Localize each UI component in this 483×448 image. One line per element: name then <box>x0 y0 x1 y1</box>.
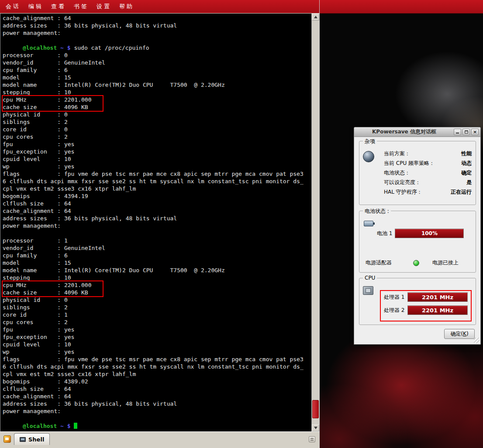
terminal-output[interactable]: cache_alignment : 64address sizes : 36 b… <box>0 14 311 431</box>
terminal-line: clflush size : 64 <box>3 385 311 393</box>
dialog-titlebar[interactable]: KPowersave 信息对话框 × <box>354 127 480 137</box>
new-session-button[interactable] <box>2 434 12 445</box>
annotation-box-terminal: cpu MHz : 2201.000cache size : 4096 KB <box>3 281 103 296</box>
battery-progressbar: 100% <box>395 229 464 238</box>
terminal-line: stepping : 10 <box>3 89 311 96</box>
terminal-line: power management: <box>3 29 311 37</box>
processor-row-2: 处理器 22201 MHz <box>384 305 468 315</box>
misc-row-value: 性能 <box>461 150 472 157</box>
terminal-line: vendor_id : GenuineIntel <box>3 59 311 66</box>
misc-row-1: 当前方案：性能 <box>384 149 472 158</box>
maximize-button[interactable] <box>462 129 470 135</box>
terminal-line: bogomips : 4394.19 <box>3 192 311 200</box>
terminal-line: cache size : 4096 KB <box>3 103 103 111</box>
terminal-line: fpu : yes <box>3 140 311 148</box>
terminal-line: cpu MHz : 2201.000 <box>3 96 103 103</box>
dialog-title: KPowersave 信息对话框 <box>356 128 452 136</box>
top-red-strip <box>320 0 483 14</box>
terminal-line: clflush size : 64 <box>3 200 311 207</box>
terminal-line: fpu : yes <box>3 326 311 333</box>
misc-row-label: 可以设定亮度： <box>384 179 421 186</box>
battery-icon <box>364 221 373 226</box>
terminal-line: cpu family : 6 <box>3 66 311 74</box>
terminal-line: 6 clflush dts acpi mmx fxsr sse sse2 ss … <box>3 363 311 370</box>
terminal-line: cache_alignment : 64 <box>3 393 311 400</box>
terminal-line: address sizes : 36 bits physical, 48 bit… <box>3 400 311 407</box>
menu-item-2[interactable]: 编辑 <box>24 3 47 10</box>
terminal-line: bogomips : 4389.02 <box>3 378 311 385</box>
tab-shell[interactable]: Shell <box>14 433 50 445</box>
terminal-line: cpu cores : 2 <box>3 318 311 326</box>
adapter-label: 电源适配器 <box>366 259 392 267</box>
misc-row-value: 确定 <box>461 169 472 177</box>
scrollbar-thumb[interactable] <box>312 400 319 418</box>
terminal-line: model : 15 <box>3 74 311 81</box>
terminal-line: cpuid level : 10 <box>3 341 311 348</box>
misc-row-value: 是 <box>466 179 472 186</box>
tabbar: Shell <box>0 431 319 448</box>
redacted-username <box>3 44 23 50</box>
terminal-line: address sizes : 36 bits physical, 48 bit… <box>3 215 311 222</box>
prompt-path: ~ $ <box>57 423 74 429</box>
terminal-line: flags : fpu vme de pse tsc msr pae mce c… <box>3 170 311 178</box>
terminal-line: processor : 0 <box>3 51 311 59</box>
menu-item-4[interactable]: 书签 <box>70 3 93 10</box>
terminal-line: core id : 1 <box>3 311 311 318</box>
tab-label: Shell <box>28 436 44 443</box>
battery-group-label: 电池状态 : <box>363 208 391 215</box>
terminal-line: vendor_id : GenuineIntel <box>3 244 311 252</box>
kpowersave-dialog: KPowersave 信息对话框 × 杂项 当前方案：性能当前 CPU 频率策略… <box>354 127 481 345</box>
terminal-line <box>3 415 311 422</box>
terminal-line: address sizes : 36 bits physical, 48 bit… <box>3 22 311 29</box>
terminal-line: cpu cores : 2 <box>3 133 311 140</box>
screen: 会话编辑查看书签设置帮助 cache_alignment : 64address… <box>0 0 483 448</box>
terminal-line: fpu_exception : yes <box>3 148 311 155</box>
battery-label: 电池 1 <box>377 230 392 237</box>
minimize-button[interactable] <box>454 129 461 135</box>
battery-group: 电池状态 : 电池 1 100% 电源适配器 电源已接上 <box>359 211 476 273</box>
terminal-line: cpuid level : 10 <box>3 155 311 163</box>
session-list-button[interactable] <box>307 435 317 444</box>
minimize-icon <box>456 133 459 133</box>
menu-item-3[interactable]: 查看 <box>47 3 70 10</box>
terminal-line <box>3 229 311 237</box>
terminal-cursor <box>74 423 77 429</box>
terminal-line: physical id : 0 <box>3 296 311 304</box>
terminal-line: physical id : 0 <box>3 111 311 118</box>
resize-grip[interactable] <box>474 338 480 343</box>
scroll-up-button[interactable] <box>312 14 319 21</box>
maximize-icon <box>465 130 468 133</box>
terminal-line: power management: <box>3 222 311 229</box>
misc-row-value: 正在运行 <box>451 188 472 196</box>
ok-button[interactable]: 确定(K) <box>444 329 475 339</box>
prompt-command: sudo cat /proc/cpuinfo <box>74 44 149 51</box>
terminal-line <box>3 37 311 44</box>
scroll-down-button[interactable] <box>312 424 319 431</box>
terminal-line: cpu family : 6 <box>3 252 311 259</box>
terminal-line: cache_alignment : 64 <box>3 14 311 22</box>
prompt-path: ~ $ <box>57 44 74 51</box>
prompt-host: @localhost <box>23 423 57 429</box>
misc-row-3: 电池状态：确定 <box>384 168 472 178</box>
menu-item-5[interactable]: 设置 <box>93 3 115 10</box>
menu-item-1[interactable]: 会话 <box>2 3 24 10</box>
terminal-line: cache_alignment : 64 <box>3 207 311 215</box>
menu-item-6[interactable]: 帮助 <box>115 3 138 10</box>
terminal-body: cache_alignment : 64address sizes : 36 b… <box>0 14 319 431</box>
kpowersave-icon <box>363 151 374 162</box>
terminal-scrollbar[interactable] <box>311 14 319 431</box>
cpu-group-label: CPU <box>363 275 377 281</box>
misc-row-label: 电池状态： <box>384 169 410 177</box>
misc-row-2: 当前 CPU 频率策略：动态 <box>384 158 472 168</box>
prompt-line: @localhost ~ $ <box>3 422 311 430</box>
close-button[interactable]: × <box>471 129 479 135</box>
cpu-group: CPU 处理器 12201 MHz处理器 22201 MHz <box>359 278 476 325</box>
cpu-freq-bar-1: 2201 MHz <box>407 292 468 302</box>
terminal-line: cpl vmx est tm2 ssse3 cx16 xtpr lahf_lm <box>3 370 311 378</box>
cpu-icon <box>363 286 373 295</box>
misc-row-value: 动态 <box>461 160 472 167</box>
terminal-line: wp : yes <box>3 348 311 356</box>
annotation-box-terminal: cpu MHz : 2201.000cache size : 4096 KB <box>3 96 103 111</box>
terminal-line: flags : fpu vme de pse tsc msr pae mce c… <box>3 356 311 363</box>
terminal-line: model : 15 <box>3 259 311 267</box>
